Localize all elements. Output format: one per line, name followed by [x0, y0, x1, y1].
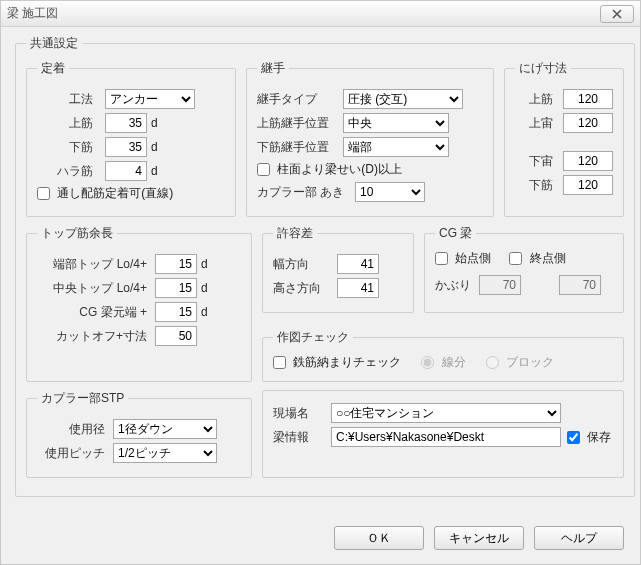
common-settings-group: 共通設定 定着 工法 アンカー 上筋 d 下筋 — [15, 35, 635, 497]
lower-bar-input[interactable] — [105, 137, 147, 157]
cg-start-checkbox[interactable] — [435, 252, 448, 265]
help-button[interactable]: ヘルプ — [534, 526, 624, 550]
radio-line-label: 線分 — [421, 354, 465, 371]
dia-select[interactable]: 1径ダウン — [113, 419, 217, 439]
top-suji-legend: トップ筋余長 — [37, 225, 117, 242]
edge-top-unit: d — [201, 257, 208, 271]
close-button[interactable] — [600, 5, 634, 23]
edge-top-label: 端部トップ Lo/4+ — [37, 256, 147, 273]
radio-block-text: ブロック — [506, 355, 554, 369]
site-name-label: 現場名 — [273, 405, 323, 422]
window-title: 梁 施工図 — [7, 5, 600, 22]
cg-end-text: 終点側 — [530, 251, 566, 265]
rebar-fit-checkbox[interactable] — [273, 356, 286, 369]
save-checkbox[interactable] — [567, 431, 580, 444]
ok-button[interactable]: ＯＫ — [334, 526, 424, 550]
kaburi-label: かぶり — [435, 277, 471, 294]
lower-bar-unit: d — [151, 140, 158, 154]
draw-check-legend: 作図チェック — [273, 329, 353, 346]
nige-upper-air-label: 上宙 — [515, 115, 553, 132]
cg-end-checkbox-label[interactable]: 終点側 — [509, 250, 565, 267]
tol-height-input[interactable] — [337, 278, 379, 298]
pillar-text: 柱面より梁せい(D)以上 — [277, 162, 402, 176]
titlebar: 梁 施工図 — [1, 1, 640, 27]
lower-bar-label: 下筋 — [37, 139, 93, 156]
kaburi-end-input — [559, 275, 601, 295]
site-name-select[interactable]: ○○住宅マンション — [331, 403, 561, 423]
button-bar: ＯＫ キャンセル ヘルプ — [334, 526, 624, 550]
fixation-legend: 定着 — [37, 60, 69, 77]
nige-lower-input[interactable] — [563, 175, 613, 195]
close-icon — [612, 9, 622, 19]
rebar-fit-text: 鉄筋納まりチェック — [293, 355, 401, 369]
cutoff-input[interactable] — [155, 326, 197, 346]
nige-group: にげ寸法 上筋 上宙 下宙 下筋 — [504, 60, 624, 217]
upper-joint-pos-select[interactable]: 中央 — [343, 113, 449, 133]
coupler-gap-label: カプラー部 あき — [257, 184, 349, 201]
center-top-unit: d — [201, 281, 208, 295]
lower-joint-pos-select[interactable]: 端部 — [343, 137, 449, 157]
method-label: 工法 — [37, 91, 93, 108]
joint-type-label: 継手タイプ — [257, 91, 337, 108]
radio-line — [421, 356, 434, 369]
radio-line-text: 線分 — [442, 355, 466, 369]
save-checkbox-label[interactable]: 保存 — [567, 429, 611, 446]
cg-start-text: 始点側 — [455, 251, 491, 265]
pillar-checkbox-label[interactable]: 柱面より梁せい(D)以上 — [257, 161, 402, 178]
cg-beam-end-input[interactable] — [155, 302, 197, 322]
fixation-group: 定着 工法 アンカー 上筋 d 下筋 d — [26, 60, 236, 217]
cg-beam-group: CG 梁 始点側 終点側 — [424, 225, 624, 313]
lower-joint-pos-label: 下筋継手位置 — [257, 139, 337, 156]
through-checkbox-label[interactable]: 通し配筋定着可(直線) — [37, 185, 173, 202]
hara-unit: d — [151, 164, 158, 178]
tol-width-input[interactable] — [337, 254, 379, 274]
save-text: 保存 — [587, 430, 611, 444]
pillar-checkbox[interactable] — [257, 163, 270, 176]
edge-top-input[interactable] — [155, 254, 197, 274]
dia-label: 使用径 — [37, 421, 105, 438]
kaburi-start-input — [479, 275, 521, 295]
tol-height-label: 高さ方向 — [273, 280, 329, 297]
rebar-fit-checkbox-label[interactable]: 鉄筋納まりチェック — [273, 354, 401, 371]
cg-beam-end-unit: d — [201, 305, 208, 319]
joint-legend: 継手 — [257, 60, 289, 77]
nige-upper-label: 上筋 — [515, 91, 553, 108]
dialog: 梁 施工図 共通設定 定着 工法 アンカー 上筋 d — [0, 0, 641, 565]
nige-upper-input[interactable] — [563, 89, 613, 109]
center-top-label: 中央トップ Lo/4+ — [37, 280, 147, 297]
pitch-select[interactable]: 1/2ピッチ — [113, 443, 217, 463]
common-legend: 共通設定 — [26, 35, 82, 52]
hara-input[interactable] — [105, 161, 147, 181]
nige-lower-air-label: 下宙 — [515, 153, 553, 170]
cg-beam-end-label: CG 梁元端 + — [37, 304, 147, 321]
pitch-label: 使用ピッチ — [37, 445, 105, 462]
tolerance-legend: 許容差 — [273, 225, 317, 242]
upper-joint-pos-label: 上筋継手位置 — [257, 115, 337, 132]
method-select[interactable]: アンカー — [105, 89, 195, 109]
beam-info-input[interactable] — [331, 427, 561, 447]
nige-lower-air-input[interactable] — [563, 151, 613, 171]
joint-group: 継手 継手タイプ 圧接 (交互) 上筋継手位置 中央 下筋継手位置 端部 — [246, 60, 494, 217]
coupler-stp-legend: カプラー部STP — [37, 390, 128, 407]
cg-beam-legend: CG 梁 — [435, 225, 476, 242]
site-info-group: 現場名 ○○住宅マンション 梁情報 保存 — [262, 390, 624, 478]
radio-block-label: ブロック — [486, 354, 554, 371]
cg-start-checkbox-label[interactable]: 始点側 — [435, 250, 491, 267]
coupler-gap-select[interactable]: 10 — [355, 182, 425, 202]
beam-info-label: 梁情報 — [273, 429, 323, 446]
coupler-stp-group: カプラー部STP 使用径 1径ダウン 使用ピッチ 1/2ピッチ — [26, 390, 252, 478]
cg-end-checkbox[interactable] — [509, 252, 522, 265]
draw-check-group: 作図チェック 鉄筋納まりチェック 線分 — [262, 329, 624, 382]
through-checkbox[interactable] — [37, 187, 50, 200]
cutoff-label: カットオフ+寸法 — [37, 328, 147, 345]
nige-legend: にげ寸法 — [515, 60, 571, 77]
cancel-button[interactable]: キャンセル — [434, 526, 524, 550]
hara-label: ハラ筋 — [37, 163, 93, 180]
center-top-input[interactable] — [155, 278, 197, 298]
through-text: 通し配筋定着可(直線) — [57, 186, 173, 200]
nige-upper-air-input[interactable] — [563, 113, 613, 133]
upper-bar-label: 上筋 — [37, 115, 93, 132]
upper-bar-input[interactable] — [105, 113, 147, 133]
top-suji-group: トップ筋余長 端部トップ Lo/4+ d 中央トップ Lo/4+ d CG 梁元… — [26, 225, 252, 382]
joint-type-select[interactable]: 圧接 (交互) — [343, 89, 463, 109]
